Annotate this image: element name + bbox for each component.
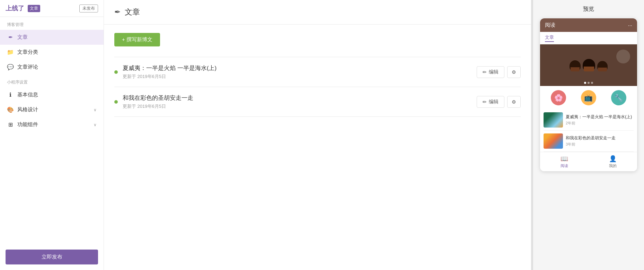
phone-header-title: 阅读 [545, 22, 555, 28]
read-nav-label: 阅读 [561, 163, 568, 168]
mine-nav-icon: 👤 [609, 155, 617, 163]
preview-title: 预览 [533, 0, 644, 18]
edit-icon-1: ✏ [483, 69, 487, 75]
phone-icon-wrench: 🔧 [611, 90, 626, 105]
status-dot-1 [114, 70, 118, 74]
sidebar-item-components[interactable]: ⊞ 功能组件 ∨ [0, 117, 104, 132]
components-arrow-icon: ∨ [94, 122, 97, 127]
gear-icon-2: ⚙ [512, 99, 516, 105]
phone-list-item: 和我在彩色的圣胡安走一走 3年前 [544, 131, 634, 152]
mine-nav-label: 我的 [609, 163, 617, 168]
section-title-miniapp: 小程序设置 [0, 75, 104, 87]
sidebar-header: 上线了 文章 未发布 [0, 0, 104, 17]
style-arrow-icon: ∨ [94, 107, 97, 112]
phone-icon-flower: 🌸 [551, 90, 566, 105]
phone-nav-mine[interactable]: 👤 我的 [609, 155, 617, 168]
banner-dot-2 [588, 82, 590, 84]
article-date-2: 更新于 2019年6月5日 [123, 103, 472, 110]
style-icon: 🎨 [7, 106, 14, 113]
phone-article-text-2: 和我在彩色的圣胡安走一走 3年前 [566, 135, 616, 147]
phone-banner [540, 44, 637, 86]
gear-icon-1: ⚙ [512, 69, 516, 75]
sidebar-bottom: 立即发布 [0, 244, 104, 270]
categories-icon: 📁 [7, 49, 14, 55]
sidebar-item-articles[interactable]: ✒ 文章 [0, 30, 104, 45]
phone-mockup: 阅读 ··· 文章 [540, 18, 637, 171]
sidebar-item-comments-label: 文章评论 [17, 64, 38, 70]
preview-panel: 预览 阅读 ··· 文章 [533, 0, 644, 270]
phone-header: 阅读 ··· [540, 18, 637, 32]
article-title-2: 和我在彩色的圣胡安走一走 [123, 94, 472, 102]
tv-icon-circle: 📺 [581, 90, 596, 105]
main-body: + 撰写新博文 夏威夷：一半是火焰 一半是海水(上) 更新于 2019年6月5日… [104, 25, 531, 270]
article-info-2: 和我在彩色的圣胡安走一走 更新于 2019年6月5日 [123, 94, 472, 110]
article-info-1: 夏威夷：一半是火焰 一半是海水(上) 更新于 2019年6月5日 [123, 64, 472, 80]
phone-tab-bar: 文章 [540, 32, 637, 44]
phone-icons-row: 🌸 📺 🔧 [540, 86, 637, 110]
main-content: ✒ 文章 + 撰写新博文 夏威夷：一半是火焰 一半是海水(上) 更新于 2019… [104, 0, 531, 270]
phone-nav-read[interactable]: 📖 阅读 [561, 155, 568, 168]
phone-article-thumb-2 [544, 133, 563, 149]
edit-button-1[interactable]: ✏ 编辑 [477, 66, 504, 78]
sidebar-item-comments[interactable]: 💬 文章评论 [0, 60, 104, 75]
phone-icon-tv: 📺 [581, 90, 596, 105]
article-actions-2: ✏ 编辑 ⚙ [477, 96, 521, 108]
unpublished-badge: 未发布 [79, 5, 98, 12]
brand-name: 上线了 [6, 4, 24, 12]
settings-button-2[interactable]: ⚙ [507, 96, 521, 108]
article-header-icon: ✒ [114, 8, 121, 17]
phone-bottom-nav: 📖 阅读 👤 我的 [540, 152, 637, 171]
page-title: 文章 [125, 7, 140, 17]
phone-article-title-1: 夏威夷：一半是火焰 一半是海水(上) [566, 114, 632, 120]
sidebar-item-style-label: 风格设计 [17, 106, 38, 113]
banner-dot-1 [584, 82, 586, 84]
article-date-1: 更新于 2019年6月5日 [123, 73, 472, 80]
phone-header-dots: ··· [628, 22, 632, 28]
comments-icon: 💬 [7, 64, 14, 70]
phone-article-title-2: 和我在彩色的圣胡安走一走 [566, 135, 616, 141]
sidebar-item-basic-info[interactable]: ℹ 基本信息 [0, 87, 104, 102]
sidebar-item-components-label: 功能组件 [17, 121, 38, 128]
status-dot-2 [114, 100, 118, 104]
wrench-icon-circle: 🔧 [611, 90, 626, 105]
sidebar-item-style[interactable]: 🎨 风格设计 ∨ [0, 102, 104, 117]
phone-article-time-1: 2年前 [566, 121, 632, 126]
phone-article-thumb-1 [544, 112, 563, 128]
article-list: 夏威夷：一半是火焰 一半是海水(上) 更新于 2019年6月5日 ✏ 编辑 ⚙ [114, 57, 521, 117]
article-actions-1: ✏ 编辑 ⚙ [477, 66, 521, 78]
sidebar-item-basic-info-label: 基本信息 [17, 92, 38, 98]
components-icon: ⊞ [7, 121, 14, 128]
phone-list-item: 夏威夷：一半是火焰 一半是海水(上) 2年前 [544, 110, 634, 131]
colorful-thumbnail [544, 133, 563, 149]
phone-article-text-1: 夏威夷：一半是火焰 一半是海水(上) 2年前 [566, 114, 632, 126]
read-nav-icon: 📖 [561, 155, 568, 163]
phone-tab-articles[interactable]: 文章 [545, 34, 554, 42]
table-row: 夏威夷：一半是火焰 一半是海水(上) 更新于 2019年6月5日 ✏ 编辑 ⚙ [114, 57, 521, 87]
settings-button-1[interactable]: ⚙ [507, 66, 521, 78]
table-row: 和我在彩色的圣胡安走一走 更新于 2019年6月5日 ✏ 编辑 ⚙ [114, 87, 521, 117]
banner-dots [584, 82, 593, 84]
phone-article-list: 夏威夷：一半是火焰 一半是海水(上) 2年前 和我在彩色的圣胡安走一走 3年前 [540, 110, 637, 152]
sidebar-item-categories[interactable]: 📁 文章分类 [0, 45, 104, 60]
flower-icon-circle: 🌸 [551, 90, 566, 105]
phone-article-time-2: 3年前 [566, 142, 616, 147]
hawaii-thumbnail [544, 112, 563, 128]
banner-dot-3 [591, 82, 593, 84]
main-header: ✒ 文章 [104, 0, 531, 25]
sidebar: 上线了 文章 未发布 博客管理 ✒ 文章 📁 文章分类 💬 文章评论 小程序设置… [0, 0, 104, 270]
sidebar-item-articles-label: 文章 [17, 34, 28, 41]
article-title-1: 夏威夷：一半是火焰 一半是海水(上) [123, 64, 472, 72]
sidebar-item-categories-label: 文章分类 [17, 49, 38, 55]
publish-button[interactable]: 立即发布 [6, 250, 98, 264]
articles-icon: ✒ [7, 34, 14, 41]
section-title-blog: 博客管理 [0, 17, 104, 30]
edit-button-2[interactable]: ✏ 编辑 [477, 96, 504, 108]
basic-info-icon: ℹ [7, 92, 14, 98]
new-post-button[interactable]: + 撰写新博文 [114, 33, 160, 46]
edit-icon-2: ✏ [483, 99, 487, 105]
brand-tag: 文章 [28, 5, 40, 12]
